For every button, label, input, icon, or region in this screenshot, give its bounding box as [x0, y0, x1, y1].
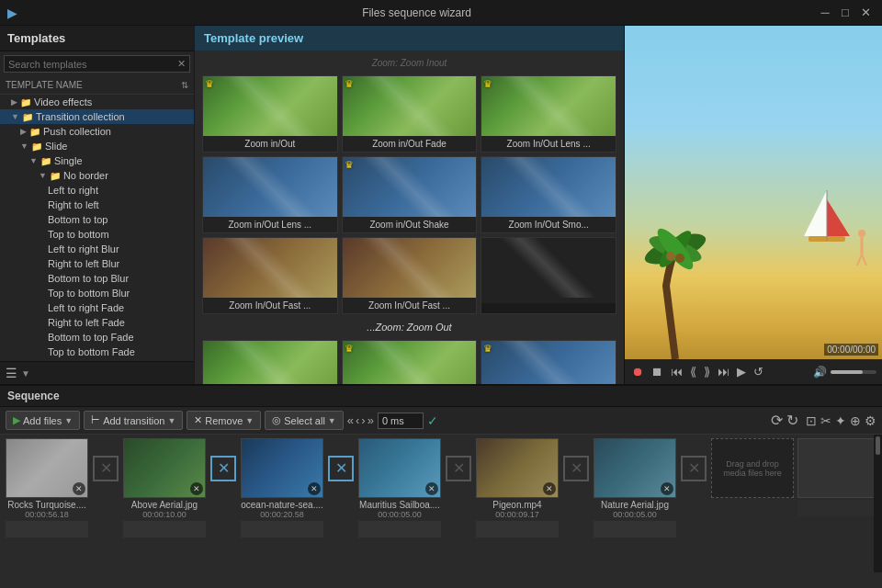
folder-icon: 📁: [50, 171, 61, 181]
sidebar-label: Single: [54, 155, 83, 166]
seq-close-rocks[interactable]: ✕: [73, 482, 85, 495]
loop-button[interactable]: ↺: [752, 363, 765, 380]
template-label-6: Zoom In/Out Smo...: [481, 217, 616, 232]
template-thumb-10[interactable]: Zoom Out: [202, 340, 338, 384]
settings-icon[interactable]: ⚙: [865, 413, 876, 428]
remove-button[interactable]: ✕ Remove ▼: [187, 411, 261, 430]
seq-close-mauritius[interactable]: ✕: [425, 482, 438, 495]
template-thumb-3[interactable]: ♛ Zoom In/Out Lens ...: [481, 75, 616, 153]
nav-left-far-button[interactable]: «: [347, 413, 354, 427]
maximize-button[interactable]: □: [836, 4, 854, 22]
template-thumb-6[interactable]: Zoom In/Out Smo...: [481, 156, 616, 233]
search-input[interactable]: [8, 59, 177, 70]
drop-zone[interactable]: Drag and drop media files here: [711, 438, 794, 498]
chevron-down-icon: ▼: [29, 156, 38, 165]
sidebar-item-ttb-fade[interactable]: Top to bottom Fade: [0, 345, 194, 359]
stop-button[interactable]: ⏹: [650, 363, 665, 380]
sidebar-item-video-effects[interactable]: ▶ 📁 Video effects: [0, 95, 194, 109]
sequence-scrollbar[interactable]: [874, 435, 882, 572]
confirm-icon[interactable]: ✓: [427, 413, 438, 428]
seq-thumb-pigeon[interactable]: ✕: [476, 438, 559, 498]
fast-forward-button[interactable]: ⟫: [702, 363, 712, 380]
template-thumb-5[interactable]: ♛ Zoom in/Out Shake: [342, 156, 478, 233]
close-button[interactable]: ✕: [856, 4, 875, 22]
dropdown-arrow-icon[interactable]: ▼: [21, 368, 30, 379]
clear-icon[interactable]: ✕: [177, 58, 186, 70]
wand-icon[interactable]: ✦: [835, 413, 846, 428]
record-button[interactable]: ⏺: [630, 363, 646, 380]
sidebar-item-btt-blur[interactable]: Bottom to top Blur: [0, 271, 194, 286]
crop-icon[interactable]: ⊡: [806, 413, 817, 428]
sort-icon[interactable]: ⇅: [181, 80, 188, 90]
minimize-button[interactable]: ─: [816, 4, 834, 22]
dropdown-arrow-icon: ▼: [64, 416, 73, 425]
seq-thumb-ocean[interactable]: ✕: [241, 438, 323, 498]
rewind-button[interactable]: ⟪: [688, 363, 698, 380]
add-transition-button[interactable]: ⊢ Add transition ▼: [84, 411, 183, 430]
seq-close-ocean[interactable]: ✕: [308, 482, 321, 495]
seq-label-aerial: Above Aerial.jpg: [131, 500, 198, 510]
repeat-icon[interactable]: ⟳: [771, 412, 783, 429]
seq-thumb-rocks[interactable]: ✕: [6, 438, 88, 498]
loop-icon[interactable]: ↻: [786, 412, 798, 429]
transition-icon: ⊢: [91, 414, 100, 426]
transition-effect-icon[interactable]: ⊕: [850, 413, 861, 428]
nav-right-far-button[interactable]: »: [368, 413, 374, 427]
seq-close-nature[interactable]: ✕: [661, 482, 673, 495]
sidebar-item-btt-fade[interactable]: Bottom to top Fade: [0, 330, 194, 345]
trans-box-2[interactable]: ✕: [210, 456, 236, 481]
trim-icon[interactable]: ✂: [820, 413, 831, 428]
seq-bar-ocean: [241, 521, 323, 537]
template-thumb-2[interactable]: ♛ Zoom in/Out Fade: [342, 75, 478, 153]
sidebar-item-rtl-blur[interactable]: Right to left Blur: [0, 256, 194, 271]
select-all-button[interactable]: ◎ Select all ▼: [265, 411, 344, 430]
template-thumb-7[interactable]: Zoom In/Out Fast ...: [202, 237, 338, 314]
seq-bar-pigeon: [476, 521, 559, 537]
trans-box-3[interactable]: ✕: [328, 456, 354, 481]
volume-bar[interactable]: [831, 370, 876, 374]
seq-close-aerial[interactable]: ✕: [190, 482, 203, 495]
template-thumb-8[interactable]: Zoom In/Out Fast ...: [342, 237, 478, 314]
sidebar-item-ttb[interactable]: Top to bottom: [0, 227, 194, 242]
sidebar-item-ltr-fade[interactable]: Left to right Fade: [0, 300, 194, 315]
trans-box-1[interactable]: ✕: [93, 456, 119, 481]
list-view-icon[interactable]: ☰: [6, 366, 17, 380]
play-button[interactable]: ▶: [735, 363, 748, 380]
play-icon: ▶: [13, 414, 20, 426]
sidebar-header: Templates: [0, 26, 194, 51]
skip-back-button[interactable]: ⏮: [669, 363, 684, 380]
seq-thumb-aerial[interactable]: ✕: [123, 438, 206, 498]
template-thumb-4[interactable]: Zoom in/Out Lens ...: [202, 156, 338, 233]
sidebar-item-ltr-blur[interactable]: Left to right Blur: [0, 242, 194, 256]
seq-close-pigeon[interactable]: ✕: [543, 482, 556, 495]
template-thumb-11[interactable]: ♛ Zoom Out Fade: [342, 340, 478, 384]
skip-fwd-button[interactable]: ⏭: [716, 363, 731, 380]
sidebar-item-slide[interactable]: ▼ 📁 Slide: [0, 139, 194, 153]
sidebar-item-single[interactable]: ▼ 📁 Single: [0, 153, 194, 168]
template-thumb-12[interactable]: ♛ Zoom Out Lens ...: [481, 340, 616, 384]
sidebar-item-rtl[interactable]: Right to left: [0, 198, 194, 212]
trans-box-6[interactable]: ✕: [681, 456, 707, 481]
nav-left-button[interactable]: ‹: [356, 413, 359, 427]
sidebar-item-ttb-blur[interactable]: Top to bottom Blur: [0, 286, 194, 300]
sidebar-item-btt[interactable]: Bottom to top: [0, 212, 194, 227]
seq-placeholder-1: [797, 438, 874, 498]
template-thumb-1[interactable]: ♛ Zoom in/Out: [202, 75, 338, 153]
sidebar-item-no-border[interactable]: ▼ 📁 No border: [0, 168, 194, 183]
crown-icon: ♛: [205, 78, 214, 90]
seq-thumb-mauritius[interactable]: ✕: [358, 438, 441, 498]
trans-box-4[interactable]: ✕: [446, 456, 471, 481]
sidebar-item-push-collection[interactable]: ▶ 📁 Push collection: [0, 124, 194, 139]
sidebar-item-rtl-fade[interactable]: Right to left Fade: [0, 315, 194, 330]
trans-box-5[interactable]: ✕: [563, 456, 589, 481]
preview-header: Template preview: [195, 26, 624, 51]
sidebar-item-transition-collection[interactable]: ▼ 📁 Transition collection: [0, 109, 194, 124]
add-files-button[interactable]: ▶ Add files ▼: [6, 411, 80, 430]
sidebar-label: Video effects: [34, 96, 92, 107]
video-time-display: 00:00/00:00: [824, 344, 878, 356]
time-input[interactable]: [378, 413, 424, 429]
sidebar-item-ltr[interactable]: Left to right: [0, 183, 194, 198]
sidebar-label: Right to left: [48, 199, 99, 210]
seq-thumb-nature[interactable]: ✕: [594, 438, 676, 498]
nav-right-button[interactable]: ›: [361, 413, 365, 427]
